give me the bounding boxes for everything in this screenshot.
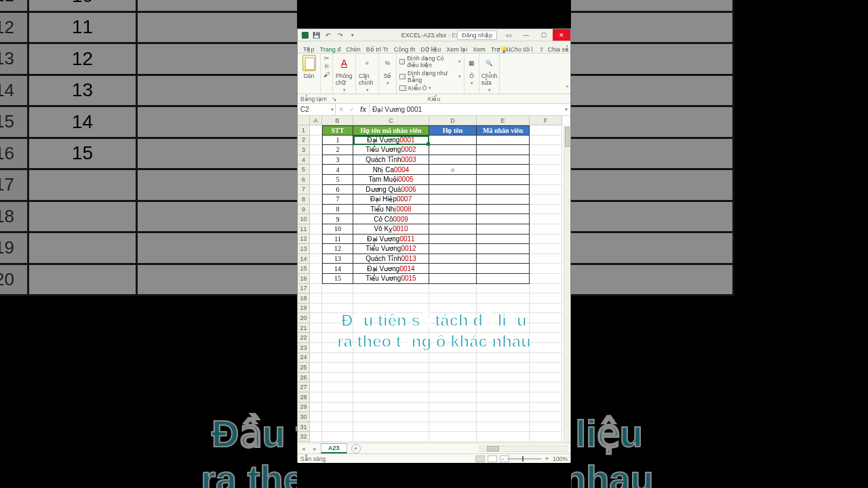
cut-icon[interactable]: ✂ [324, 55, 330, 62]
column-header[interactable]: A [310, 116, 322, 125]
cell[interactable] [477, 343, 530, 353]
row-header[interactable]: 22 [298, 333, 310, 343]
cell[interactable] [530, 155, 562, 165]
cell[interactable] [310, 412, 322, 422]
row-header[interactable]: 32 [298, 432, 310, 442]
cell[interactable] [530, 284, 562, 294]
cell[interactable] [429, 145, 477, 155]
cell[interactable] [530, 373, 562, 383]
copy-icon[interactable]: ⎘ [325, 63, 328, 70]
cell[interactable] [310, 175, 322, 185]
cell[interactable]: Tam Muội 0005 [353, 175, 429, 185]
cell[interactable] [477, 353, 530, 363]
cell[interactable] [310, 284, 322, 294]
cell[interactable]: 5 [322, 175, 353, 185]
column-header[interactable]: C [353, 116, 429, 125]
cell[interactable] [429, 343, 477, 353]
cell[interactable] [322, 403, 353, 413]
cell[interactable] [477, 185, 530, 195]
cell[interactable] [322, 304, 353, 314]
cell[interactable] [353, 313, 429, 323]
cell[interactable] [429, 373, 477, 383]
cell[interactable]: Dương Quá 0006 [353, 185, 429, 195]
cell[interactable]: Họ tên [429, 125, 477, 136]
zoom-in-button[interactable]: ＋ [544, 455, 550, 463]
cell[interactable] [429, 214, 477, 224]
cell[interactable] [429, 254, 477, 264]
cell[interactable] [477, 363, 530, 373]
ribbon-tab[interactable]: Bố trí Tr [363, 45, 391, 54]
cell[interactable] [530, 254, 562, 264]
cell[interactable] [530, 175, 562, 185]
cell[interactable] [477, 293, 530, 304]
row-header[interactable]: 21 [298, 323, 310, 333]
cell[interactable] [429, 244, 477, 254]
cell[interactable] [530, 145, 562, 155]
cell[interactable]: Vô Kỵ 0010 [353, 224, 429, 235]
cell[interactable] [530, 353, 562, 363]
cell[interactable] [322, 333, 353, 343]
row-header[interactable]: 19 [298, 304, 310, 314]
cell[interactable] [530, 363, 562, 373]
cell[interactable] [322, 363, 353, 373]
cell[interactable]: Quách Tỉnh 0003 [353, 155, 429, 165]
row-header[interactable]: 7 [298, 185, 310, 195]
ribbon-tab[interactable]: Tệp [300, 45, 317, 54]
cell[interactable] [322, 353, 353, 363]
number-format-icon[interactable]: % [380, 55, 396, 71]
formula-input[interactable]: Đại Vương 0001▾ [370, 104, 570, 115]
cell[interactable]: Cô Cô 0009 [353, 214, 429, 224]
cell[interactable] [477, 254, 530, 264]
cell[interactable] [310, 363, 322, 373]
cell[interactable] [477, 224, 530, 235]
cell[interactable] [310, 323, 322, 333]
conditional-formatting-button[interactable]: Định dạng Có điều kiện [407, 55, 456, 68]
cell[interactable]: 15 [322, 274, 353, 284]
cell[interactable] [353, 392, 429, 403]
cell[interactable] [530, 313, 562, 323]
cell[interactable] [477, 284, 530, 294]
cell[interactable] [353, 422, 429, 432]
cell[interactable] [429, 293, 477, 304]
cell[interactable] [353, 293, 429, 304]
horizontal-scroll-thumb[interactable] [487, 446, 499, 451]
cell[interactable] [530, 244, 562, 254]
zoom-level[interactable]: 100% [553, 455, 568, 462]
cell[interactable] [310, 214, 322, 224]
cell[interactable] [477, 214, 530, 224]
share-icon[interactable]: ⇪ [539, 46, 545, 53]
cell[interactable] [477, 323, 530, 333]
cell[interactable] [530, 224, 562, 235]
tell-me-icon[interactable]: 💡 [500, 46, 507, 53]
select-all-corner[interactable] [298, 116, 310, 125]
cell[interactable] [429, 412, 477, 422]
row-header[interactable]: 15 [298, 264, 310, 274]
cell[interactable] [310, 313, 322, 323]
cell[interactable] [429, 195, 477, 205]
cell[interactable] [530, 165, 562, 175]
row-header[interactable]: 10 [298, 214, 310, 224]
sheet-nav-next-icon[interactable]: ▸ [309, 445, 321, 452]
collapse-ribbon-icon[interactable]: ˄ [566, 85, 569, 92]
column-header[interactable]: D [429, 116, 477, 125]
cell[interactable] [477, 205, 530, 215]
cell[interactable] [322, 323, 353, 333]
cell[interactable]: 8 [322, 205, 353, 215]
cell[interactable] [310, 155, 322, 165]
vertical-scrollbar[interactable] [564, 125, 570, 443]
ribbon-tab[interactable]: Xem [470, 45, 488, 54]
cell[interactable] [477, 165, 530, 175]
fx-icon[interactable]: fx [360, 106, 366, 113]
cell[interactable] [322, 412, 353, 422]
cell[interactable] [310, 333, 322, 343]
row-header[interactable]: 17 [298, 284, 310, 294]
cell[interactable] [530, 235, 562, 245]
row-header[interactable]: 20 [298, 313, 310, 323]
cell[interactable] [310, 264, 322, 274]
cell[interactable] [477, 175, 530, 185]
cell[interactable] [310, 235, 322, 245]
cell[interactable] [322, 343, 353, 353]
cell[interactable] [353, 382, 429, 392]
cell[interactable] [353, 323, 429, 333]
ribbon-tab[interactable]: Xem lại [443, 45, 470, 54]
